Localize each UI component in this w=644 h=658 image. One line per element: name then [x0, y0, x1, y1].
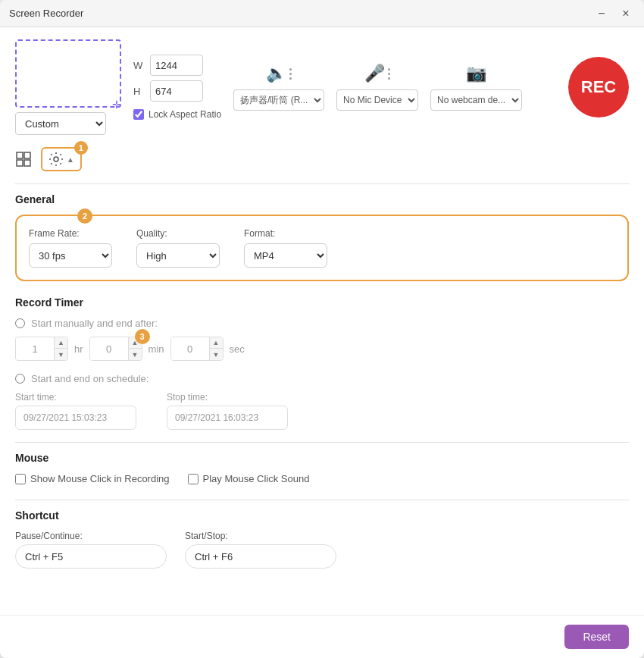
play-sound-checkbox[interactable]	[188, 474, 199, 484]
timer-badge: 3	[135, 329, 150, 344]
h-label: H	[133, 86, 145, 97]
chevron-up-icon: ▲	[67, 155, 74, 164]
w-label: W	[133, 60, 145, 71]
hr-input-wrap: ▲ ▼	[15, 337, 68, 361]
min-wrap: ▲ ▼ 3	[89, 337, 142, 361]
width-input[interactable]	[150, 55, 203, 76]
toolbar-row: ▲ 1	[15, 147, 629, 171]
hr-up-btn[interactable]: ▲	[54, 337, 67, 349]
mic-device: 🎤 No Mic Device	[336, 64, 418, 111]
shortcut-title: Shortcut	[15, 509, 629, 522]
schedule-radio[interactable]	[15, 374, 25, 384]
bar1	[388, 68, 390, 70]
lock-row: Lock Aspect Ratio	[133, 109, 221, 120]
hr-input[interactable]	[16, 337, 54, 360]
svg-rect-2	[17, 160, 23, 166]
start-time-input[interactable]	[15, 406, 136, 430]
minimize-button[interactable]: −	[592, 5, 611, 23]
start-stop-label: Start/Stop:	[185, 531, 336, 541]
stop-time-label: Stop time:	[167, 392, 288, 403]
rec-button[interactable]: REC	[568, 57, 629, 118]
bar2	[289, 73, 292, 75]
mouse-section: Mouse Show Mouse Click in Recording Play…	[15, 452, 629, 484]
timer-inputs: ▲ ▼ hr ▲ ▼ 3 min	[15, 337, 629, 361]
min-input[interactable]	[90, 337, 128, 360]
quality-label: Quality:	[136, 228, 220, 239]
reset-button[interactable]: Reset	[564, 625, 629, 649]
pause-input[interactable]	[15, 544, 167, 569]
speaker-select[interactable]: 扬声器/听筒 (R...	[233, 89, 324, 111]
quality-select[interactable]: High Low Medium	[136, 243, 220, 268]
frame-rate-select[interactable]: 30 fps 15 fps 20 fps 24 fps 60 fps	[29, 243, 112, 268]
play-sound-label: Play Mouse Click Sound	[203, 473, 310, 484]
frame-rate-col: Frame Rate: 30 fps 15 fps 20 fps 24 fps …	[29, 228, 112, 268]
manual-radio-row: Start manually and end after:	[15, 318, 629, 329]
svg-rect-3	[24, 160, 30, 166]
hr-spinner: ▲ ▼	[54, 337, 67, 360]
divider-1	[15, 183, 629, 184]
manual-label: Start manually and end after:	[31, 318, 158, 329]
start-time-col: Start time:	[15, 392, 136, 430]
divider-2	[15, 442, 629, 443]
sec-up-btn[interactable]: ▲	[209, 337, 223, 349]
main-window: Screen Recorder − × ✛ Custom W	[0, 0, 644, 658]
play-sound-item: Play Mouse Click Sound	[188, 473, 310, 484]
general-title: General	[15, 193, 629, 205]
divider-3	[15, 500, 629, 500]
sec-down-btn[interactable]: ▼	[209, 349, 223, 360]
bar1	[289, 68, 292, 70]
wh-section: W H Lock Aspect Ratio	[133, 55, 221, 120]
schedule-radio-row: Start and end on schedule:	[15, 373, 629, 384]
start-stop-input[interactable]	[185, 544, 336, 569]
sec-label: sec	[230, 343, 245, 355]
webcam-select[interactable]: No webcam de...	[430, 89, 522, 111]
lock-aspect-checkbox[interactable]	[133, 109, 144, 120]
settings-button-wrap: ▲ 1	[41, 147, 82, 171]
min-down-btn[interactable]: ▼	[128, 349, 142, 360]
hr-down-btn[interactable]: ▼	[54, 349, 67, 360]
record-timer-section: Record Timer Start manually and end afte…	[15, 296, 629, 430]
height-row: H	[133, 80, 221, 102]
lock-label: Lock Aspect Ratio	[148, 109, 221, 120]
mic-bars	[388, 68, 390, 80]
schedule-label: Start and end on schedule:	[31, 373, 148, 384]
title-bar: Screen Recorder − ×	[0, 0, 644, 27]
webcam-device: 📷 No webcam de...	[430, 64, 522, 111]
format-select[interactable]: MP4 MOV AVI GIF	[244, 243, 327, 268]
mic-icon: 🎤	[364, 64, 385, 83]
general-box: 2 Frame Rate: 30 fps 15 fps 20 fps 24 fp…	[15, 215, 629, 281]
show-click-checkbox[interactable]	[15, 474, 26, 484]
show-click-label: Show Mouse Click in Recording	[30, 473, 170, 484]
layout-icon-button[interactable]	[15, 151, 32, 168]
manual-radio[interactable]	[15, 318, 25, 328]
devices-section: 🔈 扬声器/听筒 (R... 🎤	[233, 64, 556, 111]
format-col: Format: MP4 MOV AVI GIF	[244, 228, 327, 268]
region-selector[interactable]: ✛	[15, 39, 121, 108]
layout-icon	[15, 151, 32, 168]
format-label: Format:	[244, 228, 327, 239]
close-button[interactable]: ×	[617, 5, 635, 23]
start-stop-col: Start/Stop:	[185, 531, 336, 569]
svg-point-4	[54, 157, 58, 161]
bar3	[289, 77, 292, 80]
crosshair-icon: ✛	[112, 99, 124, 111]
stop-time-col: Stop time:	[167, 392, 288, 430]
mouse-title: Mouse	[15, 452, 629, 464]
stop-time-input[interactable]	[167, 406, 288, 430]
start-time-label: Start time:	[15, 392, 136, 403]
mouse-checkbox-row: Show Mouse Click in Recording Play Mouse…	[15, 473, 629, 484]
mic-select[interactable]: No Mic Device	[336, 89, 418, 111]
top-section: ✛ Custom W H Lock Aspect Ratio	[15, 39, 629, 135]
svg-rect-0	[17, 152, 23, 158]
webcam-icon: 📷	[466, 64, 486, 83]
quality-col: Quality: High Low Medium	[136, 228, 220, 268]
hr-label: hr	[74, 343, 83, 355]
general-badge: 2	[77, 208, 92, 224]
svg-rect-1	[24, 152, 30, 158]
height-input[interactable]	[150, 80, 203, 102]
speaker-bars	[289, 68, 292, 80]
sec-spinner: ▲ ▼	[209, 337, 223, 360]
sec-input[interactable]	[171, 337, 209, 360]
region-dropdown[interactable]: Custom	[15, 112, 106, 135]
shortcut-row: Pause/Continue: Start/Stop:	[15, 531, 629, 569]
